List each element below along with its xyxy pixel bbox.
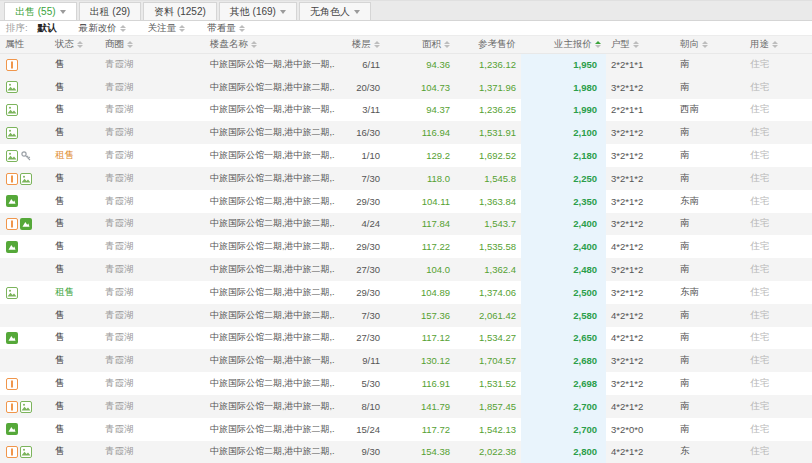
table-row[interactable]: 售青霞湖中旅国际公馆二期,港中旅二期,...29/30104.111,363.8… [0,190,812,213]
status-badge: 售 [55,126,65,137]
cell-attrs [0,281,50,304]
cell-floor: 7/30 [335,167,385,190]
column-header-usage[interactable]: 用途 [745,36,812,53]
cell-usage: 住宅 [745,349,812,372]
table-row[interactable]: 售青霞湖中旅国际公馆二期,港中旅二期,...5/30116.911,531.52… [0,372,812,395]
tab-for-rent[interactable]: 出租 (29) [79,2,142,20]
column-header-label: 商圈 [105,38,124,51]
cell-floor: 9/30 [335,441,385,463]
table-row[interactable]: 售青霞湖中旅国际公馆二期,港中旅二期,...27/30117.121,534.2… [0,327,812,350]
cell-area: 116.94 [385,121,455,144]
table-row[interactable]: 售青霞湖中旅国际公馆一期,港中旅一期,...3/1194.371,236.251… [0,99,812,122]
cell-usage: 住宅 [745,99,812,122]
cell-owner: 2,400 [521,213,606,236]
cell-attrs [0,372,50,395]
cell-ref: 1,531.52 [455,372,521,395]
table-row[interactable]: 租售青霞湖中旅国际公馆二期,港中旅二期,...29/30104.891,374.… [0,281,812,304]
tab-for-sale[interactable]: 出售 (55) [4,2,77,20]
cell-layout: 3*2*1*2 [606,349,675,372]
tab-label: 资料 (1252) [154,5,206,19]
cell-status: 售 [50,121,100,144]
photo-icon [6,81,18,93]
cell-ref: 1,545.8 [455,167,521,190]
status-badge: 售 [55,354,65,365]
cell-attrs [0,190,50,213]
tab-archive[interactable]: 资料 (1252) [143,2,217,20]
column-header-label: 业主报价 [554,38,592,51]
cell-usage: 住宅 [745,76,812,99]
tab-label: 其他 (169) [230,5,276,19]
cell-floor: 1/10 [335,144,385,167]
cell-owner: 2,698 [521,372,606,395]
cell-usage: 住宅 [745,235,812,258]
cell-facing: 南 [675,258,745,281]
cell-status: 租售 [50,281,100,304]
table-row[interactable]: 售青霞湖中旅国际公馆一期,港中旅一期,...9/11130.121,704.57… [0,349,812,372]
table-row[interactable]: 售青霞湖中旅国际公馆二期,港中旅二期,...20/30104.731,371.9… [0,76,812,99]
status-badge: 售 [55,377,65,388]
table-row[interactable]: 售青霞湖中旅国际公馆二期,港中旅二期,...15/24117.721,542.1… [0,418,812,441]
table-row[interactable]: 售青霞湖中旅国际公馆二期,港中旅二期,...7/30118.01,545.82,… [0,167,812,190]
cell-ref: 1,363.84 [455,190,521,213]
column-header-owner[interactable]: 业主报价 [521,36,606,53]
chevron-down-icon [60,10,66,14]
cell-floor: 5/30 [335,372,385,395]
column-header-label: 朝向 [680,38,699,51]
table-row[interactable]: 售青霞湖中旅国际公馆二期,港中旅二期,...29/30117.221,535.5… [0,235,812,258]
cell-facing: 南 [675,327,745,350]
column-header-label: 楼盘名称 [210,38,248,51]
column-header-name[interactable]: 楼盘名称 [205,36,335,53]
table-row[interactable]: 售青霞湖中旅国际公馆二期,港中旅二期,...4/24117.841,543.72… [0,213,812,236]
column-header-district[interactable]: 商圈 [100,36,205,53]
table-row[interactable]: 租售青霞湖中旅国际公馆一期,港中旅一期,...1/10129.21,692.52… [0,144,812,167]
cell-district: 青霞湖 [100,441,205,463]
cell-facing: 南 [675,53,745,76]
cell-name: 中旅国际公馆二期,港中旅二期,... [205,76,335,99]
cell-name: 中旅国际公馆二期,港中旅二期,... [205,167,335,190]
cell-layout: 3*2*1*2 [606,372,675,395]
cell-name: 中旅国际公馆一期,港中旅一期,... [205,395,335,418]
cell-status: 售 [50,418,100,441]
sort-option-0[interactable]: 默认 [38,22,57,35]
column-header-facing[interactable]: 朝向 [675,36,745,53]
cell-status: 售 [50,235,100,258]
column-header-label: 状态 [55,38,74,51]
cell-attrs [0,441,50,463]
sort-option-label: 带看量 [207,22,236,35]
photo-icon [6,127,18,139]
sort-arrows-icon [127,41,133,48]
table-row[interactable]: 售青霞湖中旅国际公馆一期,港中旅一期,...6/1194.361,236.121… [0,53,812,76]
cell-usage: 住宅 [745,395,812,418]
column-header-area[interactable]: 面积 [385,36,455,53]
table-row[interactable]: 售青霞湖中旅国际公馆二期,港中旅二期,...16/30116.941,531.9… [0,121,812,144]
cell-usage: 住宅 [745,281,812,304]
cell-layout: 3*2*1*2 [606,281,675,304]
orange-badge-icon [6,59,18,71]
cell-usage: 住宅 [745,190,812,213]
cell-status: 售 [50,76,100,99]
cell-layout: 2*2*1*1 [606,99,675,122]
cell-ref: 1,542.13 [455,418,521,441]
cell-facing: 南 [675,372,745,395]
cell-ref: 1,692.52 [455,144,521,167]
table-row[interactable]: 售青霞湖中旅国际公馆二期,港中旅二期,...9/30154.382,022.38… [0,441,812,463]
table-row[interactable]: 售青霞湖中旅国际公馆一期,港中旅一期,...8/10141.791,857.45… [0,395,812,418]
tab-no-role[interactable]: 无角色人 [299,2,371,20]
cell-facing: 南 [675,213,745,236]
cell-attrs [0,99,50,122]
sort-option-3[interactable]: 带看量 [207,22,245,35]
column-header-floor[interactable]: 楼层 [335,36,385,53]
tab-other[interactable]: 其他 (169) [219,2,297,20]
table-row[interactable]: 售青霞湖中旅国际公馆二期,港中旅二期,...27/30104.01,362.42… [0,258,812,281]
cell-ref: 1,236.25 [455,99,521,122]
table-body: 售青霞湖中旅国际公馆一期,港中旅一期,...6/1194.361,236.121… [0,53,812,463]
cell-usage: 住宅 [745,213,812,236]
column-header-status[interactable]: 状态 [50,36,100,53]
column-header-layout[interactable]: 户型 [606,36,675,53]
table-row[interactable]: 售青霞湖中旅国际公馆二期,港中旅二期,...7/30157.362,061.42… [0,304,812,327]
cell-district: 青霞湖 [100,281,205,304]
sort-option-2[interactable]: 关注量 [148,22,186,35]
cell-owner: 2,100 [521,121,606,144]
sort-arrows-icon [251,41,257,48]
sort-option-1[interactable]: 最新改价 [79,22,126,35]
